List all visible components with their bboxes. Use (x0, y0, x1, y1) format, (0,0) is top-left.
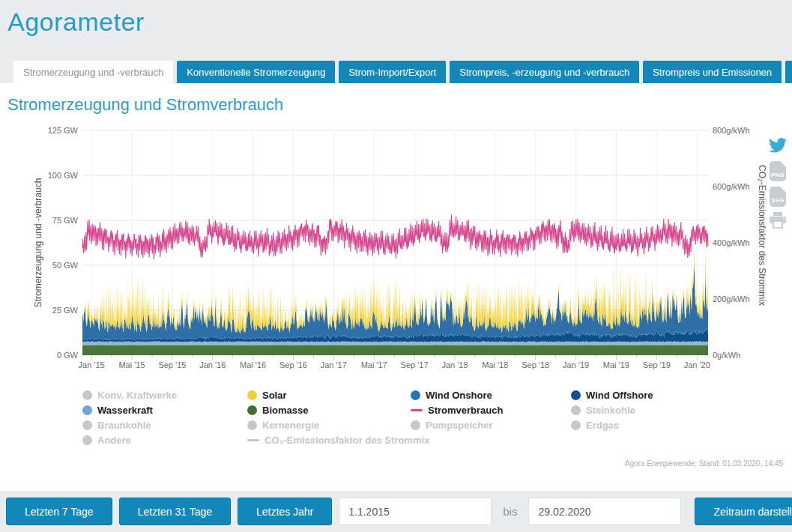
svg-text:800g/kWh: 800g/kWh (713, 126, 750, 135)
date-to-input[interactable] (528, 498, 681, 525)
png-download-icon[interactable]: PNG (770, 161, 786, 181)
svg-text:200g/kWh: 200g/kWh (713, 294, 750, 303)
legend-dot-marker (571, 420, 581, 430)
legend-label: CO₂-Emissionsfaktor des Strommix (264, 435, 429, 446)
series-solar (82, 249, 708, 334)
legend-item-steinkohle[interactable]: Steinkohle (571, 402, 653, 417)
legend-item-wind-onshore[interactable]: Wind Onshore (411, 387, 571, 402)
chart-area: 0 GW25 GW50 GW75 GW100 GW125 GW0g/kWh200… (0, 119, 792, 384)
app-title: Agorameter (7, 7, 785, 37)
svg-text:Jan '20: Jan '20 (684, 360, 710, 369)
legend-dot-marker (82, 435, 92, 445)
legend-dot-marker (411, 390, 420, 400)
legend-column: Wind OnshoreStromverbrauchPumpspeicher (411, 387, 571, 447)
legend-item-konv-kraftwerke[interactable]: Konv. Kraftwerke (82, 387, 247, 402)
show-range-button[interactable]: Zeitraum darstellen (695, 498, 792, 525)
chart-legend: Konv. KraftwerkeWasserkraftBraunkohleAnd… (0, 387, 792, 447)
legend-column: Konv. KraftwerkeWasserkraftBraunkohleAnd… (82, 387, 247, 447)
svg-text:Mai '17: Mai '17 (361, 360, 387, 369)
legend-label: Pumpspeicher (426, 420, 493, 431)
legend-label: Wasserkraft (97, 405, 153, 416)
svg-text:50 GW: 50 GW (52, 261, 79, 270)
legend-item-pumpspeicher[interactable]: Pumpspeicher (411, 417, 571, 432)
svg-text:Jan '17: Jan '17 (321, 360, 347, 369)
series-stromverbrauch (82, 215, 708, 259)
legend-label: Steinkohle (586, 405, 635, 416)
svg-text:600g/kWh: 600g/kWh (713, 182, 750, 191)
tab-auf-einen-blick[interactable]: Auf einen Blick (785, 61, 792, 83)
legend-dot-marker (82, 390, 92, 400)
last-31-days-button[interactable]: Letzten 31 Tage (119, 498, 231, 525)
legend-label: Kernenergie (262, 420, 319, 431)
svg-text:Mai '16: Mai '16 (240, 360, 266, 369)
svg-text:Jan '18: Jan '18 (441, 360, 468, 369)
tab-strompreis-erzeugung-und-verbrauch[interactable]: Strompreis, -erzeugung und -verbrauch (450, 61, 639, 83)
print-icon[interactable] (769, 212, 787, 232)
tab-bar: Stromerzeugung und -verbrauchKonventione… (7, 61, 785, 83)
svg-text:Sep '16: Sep '16 (279, 360, 307, 369)
stacked-area-chart[interactable]: 0 GW25 GW50 GW75 GW100 GW125 GW0g/kWh200… (0, 119, 792, 381)
svg-text:125 GW: 125 GW (48, 126, 79, 135)
legend-line-marker (411, 409, 423, 411)
content-panel: Stromerzeugung und Stromverbrauch PNG SV… (0, 83, 792, 491)
svg-text:Mai '18: Mai '18 (482, 360, 508, 369)
legend-item-wind-offshore[interactable]: Wind Offshore (571, 387, 653, 402)
legend-item-andere[interactable]: Andere (82, 432, 247, 447)
svg-text:100 GW: 100 GW (48, 171, 79, 180)
legend-item-kernenergie[interactable]: Kernenergie (247, 417, 411, 432)
y-axis-right-labels: 0g/kWh200g/kWh400g/kWh600g/kWh800g/kWh (713, 126, 750, 360)
legend-dot-marker (571, 405, 581, 415)
legend-dot-marker (247, 405, 257, 415)
svg-text:Jan '19: Jan '19 (563, 360, 589, 369)
legend-item-erdgas[interactable]: Erdgas (571, 417, 653, 432)
twitter-icon[interactable] (769, 138, 787, 156)
legend-item-braunkohle[interactable]: Braunkohle (82, 417, 247, 432)
legend-label: Erdgas (586, 420, 619, 431)
header: Agorameter Stromerzeugung und -verbrauch… (0, 0, 792, 83)
date-from-input[interactable] (339, 498, 492, 525)
tab-strompreis-und-emissionen[interactable]: Strompreis und Emissionen (643, 61, 782, 83)
svg-text:75 GW: 75 GW (52, 216, 79, 225)
legend-dot-marker (571, 390, 581, 400)
last-7-days-button[interactable]: Letzten 7 Tage (6, 498, 112, 525)
legend-label: Andere (97, 435, 131, 446)
svg-text:Mai '15: Mai '15 (118, 360, 145, 369)
legend-item-stromverbrauch[interactable]: Stromverbrauch (411, 402, 571, 417)
legend-dot-marker (82, 405, 92, 415)
svg-text:25 GW: 25 GW (52, 306, 79, 315)
svg-text:400g/kWh: 400g/kWh (713, 238, 750, 247)
y-axis-left-title: Stromerzeugung und -verbrauch (33, 178, 43, 308)
svg-text:Jan '15: Jan '15 (79, 360, 105, 369)
svg-text:Jan '16: Jan '16 (199, 360, 226, 369)
svg-download-icon[interactable]: SVG (770, 187, 786, 207)
svg-text:0g/kWh: 0g/kWh (713, 351, 740, 360)
legend-line-marker (247, 439, 259, 441)
date-range-toolbar: Letzten 7 Tage Letzten 31 Tage Letztes J… (0, 491, 792, 532)
legend-item-co-emissionsfaktor-des-strommix[interactable]: CO₂-Emissionsfaktor des Strommix (247, 432, 411, 447)
svg-label: SVG (772, 197, 785, 204)
svg-text:Sep '15: Sep '15 (158, 360, 186, 369)
y-axis-right-title: CO₂-Emissionsfaktor des Strommix (757, 165, 767, 306)
last-year-button[interactable]: Letztes Jahr (238, 498, 332, 525)
legend-item-wasserkraft[interactable]: Wasserkraft (82, 402, 247, 417)
x-axis-labels: Jan '15Mai '15Sep '15Jan '16Mai '16Sep '… (79, 360, 710, 369)
png-label: PNG (771, 172, 784, 178)
x-tick-marks (91, 355, 697, 360)
y-axis-left-labels: 0 GW25 GW50 GW75 GW100 GW125 GW (48, 126, 79, 360)
legend-label: Biomasse (262, 405, 308, 416)
legend-label: Braunkohle (97, 420, 151, 431)
legend-item-biomasse[interactable]: Biomasse (247, 402, 411, 417)
svg-text:Sep '18: Sep '18 (522, 360, 549, 369)
tab-konventionelle-stromerzeugung[interactable]: Konventionelle Stromerzeugung (177, 61, 335, 83)
legend-label: Stromverbrauch (428, 405, 503, 416)
legend-dot-marker (247, 420, 257, 430)
bis-label: bis (498, 505, 522, 518)
page-title: Stromerzeugung und Stromverbrauch (0, 83, 792, 115)
legend-label: Solar (262, 390, 287, 401)
legend-label: Wind Onshore (426, 390, 492, 401)
legend-item-solar[interactable]: Solar (247, 387, 411, 402)
tab-stromerzeugung-und-verbrauch[interactable]: Stromerzeugung und -verbrauch (13, 61, 173, 83)
tab-strom-import-export[interactable]: Strom-Import/Export (339, 61, 446, 83)
legend-dot-marker (247, 390, 257, 400)
legend-label: Wind Offshore (586, 390, 653, 401)
